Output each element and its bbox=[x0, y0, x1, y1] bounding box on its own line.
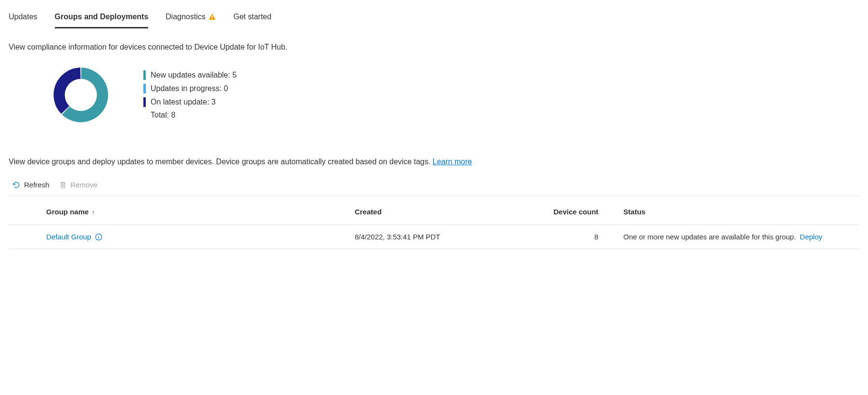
legend-swatch bbox=[143, 70, 146, 80]
trash-icon bbox=[59, 181, 67, 189]
tab-updates[interactable]: Updates bbox=[9, 9, 38, 28]
status-text: One or more new updates are available fo… bbox=[624, 233, 796, 241]
legend-label: On latest update: 3 bbox=[151, 98, 216, 106]
cell-device-count: 8 bbox=[519, 225, 604, 249]
column-header-created[interactable]: Created bbox=[349, 199, 519, 225]
legend-label: New updates available: 5 bbox=[151, 71, 237, 79]
refresh-icon bbox=[13, 181, 20, 189]
legend-swatch bbox=[143, 97, 146, 107]
compliance-donut-chart bbox=[47, 61, 115, 129]
group-name-text: Default Group bbox=[46, 233, 91, 241]
tab-groups-deployments[interactable]: Groups and Deployments bbox=[55, 9, 149, 28]
info-icon[interactable] bbox=[95, 233, 102, 241]
legend-item: On latest update: 3 bbox=[143, 97, 237, 107]
svg-point-4 bbox=[99, 235, 99, 236]
remove-label: Remove bbox=[71, 181, 98, 189]
warning-icon bbox=[208, 13, 216, 21]
refresh-label: Refresh bbox=[24, 181, 50, 189]
groups-description-text: View device groups and deploy updates to… bbox=[9, 158, 431, 166]
groups-description: View device groups and deploy updates to… bbox=[9, 158, 859, 166]
legend-swatch bbox=[143, 84, 146, 93]
tab-diagnostics[interactable]: Diagnostics bbox=[166, 9, 216, 28]
svg-rect-0 bbox=[212, 15, 213, 18]
groups-toolbar: Refresh Remove bbox=[9, 176, 859, 196]
legend-item: Updates in progress: 0 bbox=[143, 84, 237, 93]
groups-table: Group name ↑ Created Device count Status… bbox=[9, 199, 859, 249]
sort-ascending-icon: ↑ bbox=[92, 209, 95, 216]
svg-rect-1 bbox=[212, 18, 213, 19]
legend-label: Updates in progress: 0 bbox=[151, 84, 228, 93]
compliance-description: View compliance information for devices … bbox=[9, 43, 859, 52]
remove-button: Remove bbox=[59, 181, 98, 189]
column-header-group-name[interactable]: Group name ↑ bbox=[9, 199, 349, 225]
column-header-status[interactable]: Status bbox=[604, 199, 859, 225]
groups-table-container: Group name ↑ Created Device count Status… bbox=[9, 199, 859, 249]
cell-created: 8/4/2022, 3:53:41 PM PDT bbox=[349, 225, 519, 249]
group-name-link[interactable]: Default Group bbox=[46, 233, 102, 241]
cell-status: One or more new updates are available fo… bbox=[604, 225, 859, 249]
compliance-section: New updates available: 5Updates in progr… bbox=[9, 61, 859, 129]
table-row: Default Group 8/4/2022, 3:53:41 PM PDT 8… bbox=[9, 225, 859, 249]
legend-total: Total: 8 bbox=[151, 111, 237, 119]
learn-more-link[interactable]: Learn more bbox=[433, 158, 472, 166]
refresh-button[interactable]: Refresh bbox=[13, 181, 50, 189]
compliance-legend: New updates available: 5Updates in progr… bbox=[143, 70, 237, 119]
deploy-link[interactable]: Deploy bbox=[800, 233, 822, 241]
tab-diagnostics-label: Diagnostics bbox=[166, 13, 205, 21]
tabs-bar: Updates Groups and Deployments Diagnosti… bbox=[9, 9, 859, 28]
tab-get-started[interactable]: Get started bbox=[233, 9, 271, 28]
column-header-device-count[interactable]: Device count bbox=[519, 199, 604, 225]
donut-slice bbox=[53, 67, 80, 114]
legend-item: New updates available: 5 bbox=[143, 70, 237, 80]
column-header-group-label: Group name bbox=[46, 208, 89, 216]
